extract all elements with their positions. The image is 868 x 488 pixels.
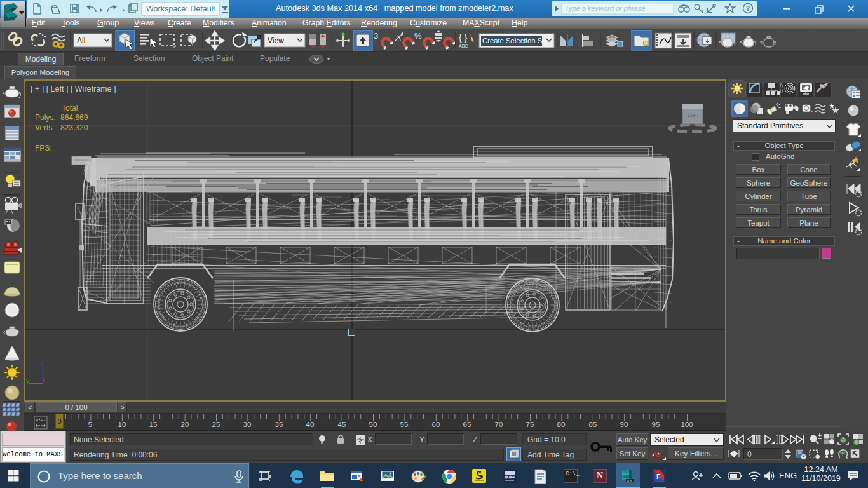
svg-text:z: z	[41, 360, 44, 367]
svg-text:Create Selection Set: Create Selection Set	[482, 37, 548, 44]
svg-text:ABC: ABC	[459, 44, 468, 48]
svg-text:LEFT: LEFT	[688, 112, 700, 118]
svg-text:F: F	[656, 473, 661, 480]
svg-text:View: View	[268, 36, 284, 45]
svg-text:?: ?	[746, 5, 750, 12]
svg-text:x: x	[42, 376, 45, 383]
svg-text:3: 3	[374, 31, 378, 41]
svg-text:{ }: { }	[459, 32, 468, 43]
svg-text:Workspace: Default: Workspace: Default	[146, 4, 215, 13]
svg-text:%: %	[414, 31, 422, 41]
svg-text:All: All	[77, 36, 85, 45]
svg-text:3DS: 3DS	[627, 480, 632, 483]
svg-text:y: y	[26, 377, 30, 384]
svg-text:Type a keyword or phrase: Type a keyword or phrase	[565, 4, 645, 12]
